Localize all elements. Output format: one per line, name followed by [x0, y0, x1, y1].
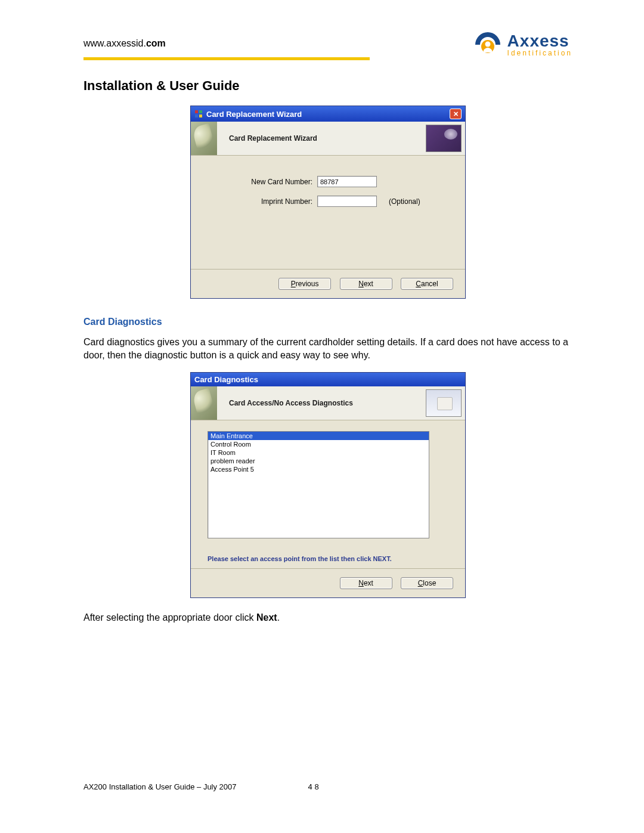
- section-paragraph: Card diagnostics gives you a summary of …: [83, 336, 572, 361]
- card-replacement-wizard-dialog: Card Replacement Wizard ✕ Card Replaceme…: [190, 106, 466, 299]
- page-title: Installation & User Guide: [83, 78, 572, 94]
- next-button[interactable]: Next: [340, 577, 392, 589]
- svg-rect-4: [195, 114, 198, 117]
- imprint-row: Imprint Number: (Optional): [205, 196, 451, 207]
- imprint-input[interactable]: [317, 196, 377, 207]
- header-image-reader: [426, 389, 462, 417]
- dialog1-header-strip: Card Replacement Wizard: [191, 122, 465, 156]
- dialog1-title: Card Replacement Wizard: [206, 110, 302, 119]
- list-item[interactable]: Access Point 5: [208, 465, 429, 473]
- new-card-row: New Card Number:: [205, 176, 451, 187]
- app-icon: [194, 110, 203, 118]
- header-left: www.axxessid.com: [83, 30, 370, 60]
- dialog2-button-row: Next Close: [191, 568, 465, 597]
- imprint-label: Imprint Number:: [205, 197, 317, 206]
- dialog2-header-text: Card Access/No Access Diagnostics: [229, 399, 353, 407]
- access-point-listbox[interactable]: Main EntranceControl RoomIT Roomproblem …: [208, 431, 429, 538]
- new-card-label: New Card Number:: [205, 178, 317, 186]
- dialog1-body: New Card Number: Imprint Number: (Option…: [191, 156, 465, 269]
- list-item[interactable]: Control Room: [208, 440, 429, 448]
- cancel-button[interactable]: Cancel: [401, 278, 453, 290]
- brand-logo: Axxess Identification: [473, 30, 572, 60]
- close-button[interactable]: ✕: [450, 109, 462, 119]
- logo-text: Axxess Identification: [507, 33, 572, 57]
- footer-page: 4 8: [308, 782, 319, 791]
- leaf-graphic: [191, 386, 217, 420]
- brand-name: Axxess: [507, 33, 572, 49]
- dialog2-body: Main EntranceControl RoomIT Roomproblem …: [191, 420, 465, 568]
- leaf-graphic: [191, 122, 217, 155]
- closing-paragraph: After selecting the appropriate door cli…: [83, 611, 572, 624]
- site-url: www.axxessid.com: [83, 30, 370, 49]
- previous-button[interactable]: Previous: [278, 278, 331, 290]
- section-title: Card Diagnostics: [83, 317, 572, 327]
- page-footer: AX200 Installation & User Guide – July 2…: [83, 782, 319, 791]
- logo-icon: [473, 30, 503, 60]
- close-button[interactable]: Close: [401, 577, 453, 589]
- footer-left: AX200 Installation & User Guide – July 2…: [83, 782, 237, 791]
- dialog1-header-text: Card Replacement Wizard: [229, 134, 317, 143]
- svg-rect-3: [199, 110, 202, 113]
- instruction-text: Please select an access point from the l…: [208, 555, 448, 562]
- list-item[interactable]: IT Room: [208, 448, 429, 457]
- closing-suffix: .: [277, 612, 280, 623]
- url-prefix: www.axxessid.: [83, 38, 146, 48]
- page-header: www.axxessid.com Axxess Identification: [83, 30, 572, 60]
- header-image-keyfob: [426, 125, 462, 152]
- dialog1-button-row: Previous Next Cancel: [191, 269, 465, 298]
- closing-prefix: After selecting the appropriate door cli…: [83, 612, 256, 623]
- dialog2-titlebar[interactable]: Card Diagnostics: [191, 373, 465, 386]
- brand-subtitle: Identification: [507, 49, 572, 57]
- closing-bold: Next: [256, 612, 277, 623]
- next-button[interactable]: Next: [340, 278, 392, 290]
- svg-point-1: [485, 42, 490, 47]
- dialog2-header-strip: Card Access/No Access Diagnostics: [191, 386, 465, 420]
- url-bold: com: [146, 38, 166, 48]
- card-diagnostics-dialog: Card Diagnostics Card Access/No Access D…: [190, 372, 466, 598]
- svg-rect-2: [195, 110, 198, 113]
- list-item[interactable]: problem reader: [208, 457, 429, 465]
- svg-rect-5: [199, 114, 202, 117]
- dialog2-title: Card Diagnostics: [194, 375, 258, 384]
- list-item[interactable]: Main Entrance: [208, 432, 429, 440]
- dialog1-titlebar[interactable]: Card Replacement Wizard ✕: [191, 106, 465, 122]
- header-rule: [83, 57, 370, 60]
- optional-label: (Optional): [389, 197, 420, 206]
- new-card-input[interactable]: [317, 176, 377, 187]
